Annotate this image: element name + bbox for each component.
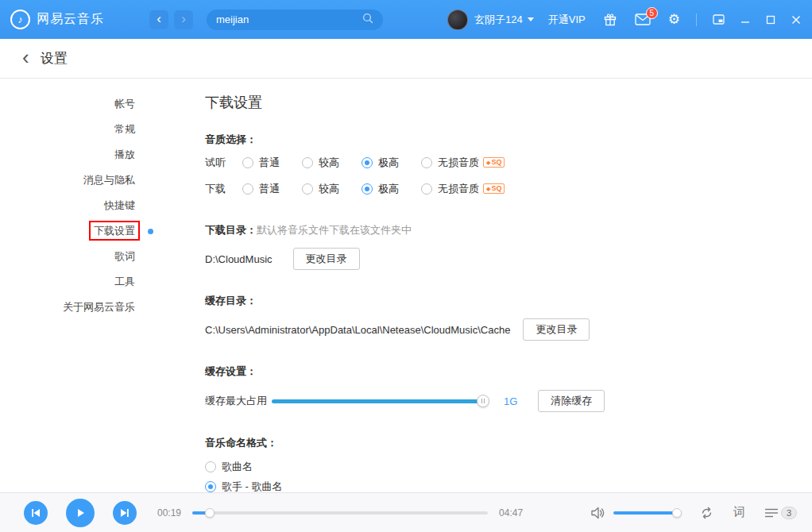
gift-icon[interactable] xyxy=(603,13,617,27)
lyrics-button[interactable]: 词 xyxy=(733,505,745,520)
page-title: 下载设置 xyxy=(205,93,812,112)
radio-label: 无损音质 xyxy=(438,156,479,170)
user-avatar[interactable] xyxy=(447,10,468,30)
sidebar-item-label: 快捷键 xyxy=(104,199,135,211)
player-bar: 00:19 04:47 词 3 xyxy=(0,492,812,532)
sidebar-item-privacy[interactable]: 消息与隐私 xyxy=(0,168,155,193)
volume-icon[interactable] xyxy=(591,507,605,519)
radio-label: 普通 xyxy=(259,156,280,170)
close-button[interactable] xyxy=(791,15,801,25)
settings-sidebar: 帐号 常规 播放 消息与隐私 快捷键 下载设置 歌词 工具 关于网易云音乐 xyxy=(0,79,155,492)
radio-option[interactable]: 较高 xyxy=(302,182,339,196)
radio-option[interactable]: 无损音质SQ xyxy=(421,182,505,196)
radio-label: 极高 xyxy=(378,182,399,196)
sidebar-item-label: 帐号 xyxy=(114,98,135,110)
change-cache-dir-button[interactable]: 更改目录 xyxy=(523,318,590,341)
maximize-button[interactable] xyxy=(766,15,775,25)
total-time: 04:47 xyxy=(499,507,523,519)
radio-option[interactable]: 极高 xyxy=(362,156,399,170)
playlist-button[interactable]: 3 xyxy=(764,507,797,519)
quality-section-label: 音质选择： xyxy=(205,133,812,147)
radio-label: 歌曲名 xyxy=(222,460,253,474)
radio-option[interactable]: 普通 xyxy=(242,156,280,170)
cache-slider-track xyxy=(272,399,488,403)
radio-icon-selected xyxy=(362,157,373,168)
download-dir-label: 下载目录： xyxy=(205,224,257,236)
radio-option[interactable]: 极高 xyxy=(362,182,399,196)
radio-icon-selected xyxy=(362,183,373,195)
cache-settings-label: 缓存设置： xyxy=(205,364,812,379)
volume-handle[interactable] xyxy=(672,508,682,518)
radio-label: 较高 xyxy=(319,156,339,170)
next-track-button[interactable] xyxy=(113,501,137,525)
cache-size-slider[interactable] xyxy=(272,395,488,407)
user-dropdown-caret-icon[interactable] xyxy=(528,17,534,21)
search-icon[interactable] xyxy=(362,13,373,27)
sidebar-item-shortcuts[interactable]: 快捷键 xyxy=(0,193,155,218)
mail-button[interactable]: 5 xyxy=(635,13,651,25)
cache-dir-row: C:\Users\Administrator\AppData\Local\Net… xyxy=(205,318,812,341)
settings-back-button[interactable]: ‹ xyxy=(22,47,29,67)
radio-label: 歌手 - 歌曲名 xyxy=(222,480,283,493)
sidebar-item-lyrics[interactable]: 歌词 xyxy=(0,244,155,269)
settings-body: 帐号 常规 播放 消息与隐私 快捷键 下载设置 歌词 工具 关于网易云音乐 下载… xyxy=(0,79,812,532)
radio-option[interactable]: 无损音质SQ xyxy=(421,156,505,170)
cache-slider-handle[interactable] xyxy=(477,395,489,407)
loop-mode-button[interactable] xyxy=(699,506,714,520)
titlebar-right-cluster: 玄阴子124 开通VIP 5 ⚙ xyxy=(447,10,812,30)
change-download-dir-button[interactable]: 更改目录 xyxy=(293,248,360,270)
minimize-button[interactable] xyxy=(740,15,750,25)
radio-icon-selected xyxy=(205,481,216,492)
sidebar-item-download-settings[interactable]: 下载设置 xyxy=(0,218,155,244)
back-button[interactable]: ‹ xyxy=(149,10,168,29)
annotation-highlight-box: 下载设置 xyxy=(89,221,140,241)
username[interactable]: 玄阴子124 xyxy=(474,13,523,27)
forward-button[interactable]: › xyxy=(174,10,193,29)
radio-option[interactable]: 歌手 - 歌曲名 xyxy=(205,476,812,492)
download-dir-hint: 默认将音乐文件下载在该文件夹中 xyxy=(257,224,412,236)
sidebar-item-tools[interactable]: 工具 xyxy=(0,269,155,295)
sidebar-item-general[interactable]: 常规 xyxy=(0,117,155,142)
quality-row-download: 下载 普通 较高 极高 无损音质SQ xyxy=(205,178,812,199)
mini-mode-button[interactable] xyxy=(713,14,725,25)
search-input[interactable] xyxy=(216,13,362,25)
cache-size-value: 1G xyxy=(504,395,517,407)
sq-quality-badge: SQ xyxy=(483,183,505,194)
radio-icon xyxy=(302,183,313,195)
progress-bar[interactable] xyxy=(192,508,488,518)
sidebar-item-label: 播放 xyxy=(114,148,135,160)
radio-icon xyxy=(242,183,253,195)
gear-icon: ⚙ xyxy=(668,13,680,26)
mail-count-badge: 5 xyxy=(646,7,658,19)
clear-cache-button[interactable]: 清除缓存 xyxy=(538,390,605,412)
previous-track-button[interactable] xyxy=(24,501,48,525)
radio-option[interactable]: 较高 xyxy=(302,156,339,170)
search-box[interactable] xyxy=(207,10,383,30)
open-vip-button[interactable]: 开通VIP xyxy=(548,13,586,27)
radio-icon xyxy=(242,157,253,168)
cache-dir-label: 缓存目录： xyxy=(205,294,812,308)
forward-chevron-icon: › xyxy=(181,12,186,25)
volume-slider[interactable] xyxy=(613,508,680,518)
volume-track xyxy=(613,511,680,515)
play-button[interactable] xyxy=(66,499,95,527)
sidebar-item-playback[interactable]: 播放 xyxy=(0,142,155,168)
download-dir-path: D:\CloudMusic xyxy=(205,253,273,265)
app-logo[interactable]: ♪ 网易云音乐 xyxy=(0,10,149,29)
radio-option[interactable]: 普通 xyxy=(242,182,280,196)
cache-dir-path: C:\Users\Administrator\AppData\Local\Net… xyxy=(205,324,510,336)
radio-icon xyxy=(205,461,216,472)
sidebar-item-account[interactable]: 帐号 xyxy=(0,91,155,117)
lyrics-glyph: 词 xyxy=(733,505,745,520)
sidebar-item-about[interactable]: 关于网易云音乐 xyxy=(0,295,155,320)
music-note-icon: ♪ xyxy=(17,14,23,25)
progress-handle[interactable] xyxy=(205,508,215,518)
settings-gear-button[interactable]: ⚙ xyxy=(668,13,680,26)
radio-option[interactable]: 歌曲名 xyxy=(205,457,812,476)
current-time: 00:19 xyxy=(157,507,181,519)
settings-header: ‹ 设置 xyxy=(0,39,812,79)
quality-row-listen: 试听 普通 较高 极高 无损音质SQ xyxy=(205,152,812,173)
radio-icon xyxy=(421,157,432,168)
radio-icon xyxy=(302,157,313,168)
naming-format-label: 音乐命名格式： xyxy=(205,436,812,450)
